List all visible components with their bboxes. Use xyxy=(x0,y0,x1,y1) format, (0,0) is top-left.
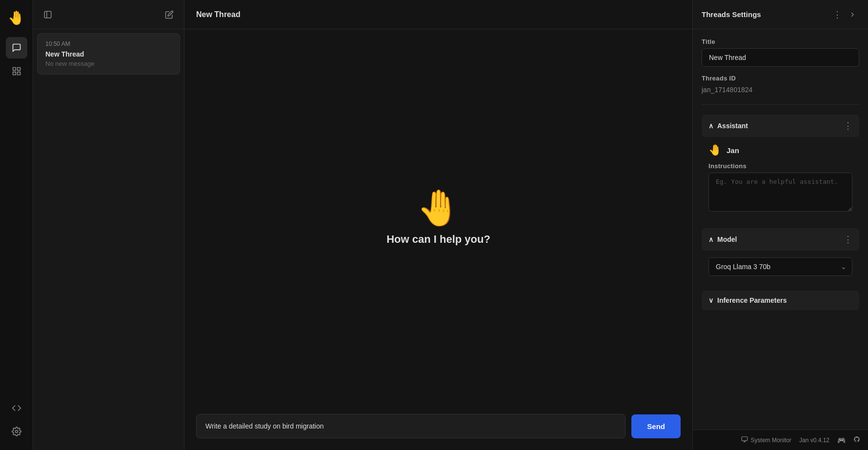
thread-time: 10:50 AM xyxy=(45,40,172,47)
chat-greeting: How can I help you? xyxy=(386,233,490,246)
sidebar-item-grid[interactable] xyxy=(6,60,27,82)
thread-name: New Thread xyxy=(45,50,172,58)
chat-area: 🤚 How can I help you? xyxy=(184,29,692,406)
version-item: Jan v0.4.12 xyxy=(799,437,829,444)
assistant-more-icon[interactable]: ⋮ xyxy=(844,120,852,131)
model-body: Groq Llama 3 70b Groq Llama 3 8b GPT-4o … xyxy=(702,251,859,283)
svg-rect-3 xyxy=(17,72,20,75)
svg-rect-1 xyxy=(17,68,20,71)
app-logo: 🤚 xyxy=(8,10,25,26)
model-more-icon[interactable]: ⋮ xyxy=(844,234,852,245)
settings-panel: Threads Settings ⋮ Title Threads ID jan_… xyxy=(692,0,868,450)
greeting-emoji: 🤚 xyxy=(417,190,461,225)
svg-rect-5 xyxy=(44,11,51,18)
threads-panel: 10:50 AM New Thread No new message xyxy=(33,0,184,450)
more-options-icon[interactable]: ⋮ xyxy=(833,9,842,20)
send-button[interactable]: Send xyxy=(631,414,681,438)
assistant-body: 🤚 Jan Instructions xyxy=(702,137,859,220)
instructions-section: Instructions xyxy=(708,162,852,214)
discord-item[interactable]: 🎮 xyxy=(837,436,846,444)
chevron-down-icon: ∨ xyxy=(708,296,713,304)
threads-list: 10:50 AM New Thread No new message xyxy=(33,29,184,450)
settings-body: Title Threads ID jan_1714801824 ∧ Assist… xyxy=(693,29,868,430)
new-thread-button[interactable] xyxy=(162,8,176,21)
sidebar-item-chat[interactable] xyxy=(6,37,27,59)
thread-preview: No new message xyxy=(45,60,172,67)
title-label: Title xyxy=(702,38,859,45)
icon-sidebar: 🤚 xyxy=(0,0,33,450)
assistant-name: Jan xyxy=(727,146,739,155)
system-monitor-item[interactable]: System Monitor xyxy=(741,436,791,444)
discord-icon: 🎮 xyxy=(837,436,846,444)
svg-rect-0 xyxy=(13,68,16,71)
chat-input[interactable] xyxy=(196,414,626,438)
assistant-title: ∧ Assistant xyxy=(708,122,748,130)
chevron-up-icon: ∧ xyxy=(708,122,713,130)
settings-title: Threads Settings xyxy=(702,10,761,19)
main-area: New Thread 🤚 How can I help you? Send xyxy=(184,0,692,450)
monitor-icon xyxy=(741,436,748,444)
threads-id-value: jan_1714801824 xyxy=(702,85,859,95)
svg-point-4 xyxy=(15,430,18,433)
assistant-header[interactable]: ∧ Assistant ⋮ xyxy=(702,115,859,137)
title-input[interactable] xyxy=(702,48,859,67)
assistant-row: 🤚 Jan xyxy=(708,144,852,157)
collapse-sidebar-button[interactable] xyxy=(41,8,55,21)
title-section: Title xyxy=(702,38,859,67)
assistant-emoji: 🤚 xyxy=(708,144,722,157)
status-bar: System Monitor Jan v0.4.12 🎮 xyxy=(693,430,868,450)
github-icon xyxy=(853,436,860,444)
sidebar-item-code[interactable] xyxy=(6,397,27,419)
model-select-wrapper: Groq Llama 3 70b Groq Llama 3 8b GPT-4o … xyxy=(708,257,852,276)
model-dropdown[interactable]: Groq Llama 3 70b Groq Llama 3 8b GPT-4o … xyxy=(708,257,852,276)
logo-area: 🤚 xyxy=(5,6,28,29)
assistant-section: ∧ Assistant ⋮ 🤚 Jan Instructions xyxy=(702,115,859,220)
inference-section: ∨ Inference Parameters xyxy=(702,291,859,310)
model-title: ∧ Model xyxy=(708,235,737,243)
chevron-up-icon-model: ∧ xyxy=(708,235,713,243)
model-section: ∧ Model ⋮ Groq Llama 3 70b Groq Llama 3 … xyxy=(702,228,859,283)
main-header: New Thread xyxy=(184,0,692,29)
threads-id-section: Threads ID jan_1714801824 xyxy=(702,75,859,95)
threads-header xyxy=(33,0,184,29)
input-area: Send xyxy=(184,406,692,450)
system-monitor-label: System Monitor xyxy=(751,437,791,444)
sidebar-item-settings[interactable] xyxy=(6,421,27,442)
svg-rect-2 xyxy=(13,72,16,75)
divider xyxy=(702,104,859,105)
svg-rect-7 xyxy=(742,437,747,441)
instructions-label: Instructions xyxy=(708,162,852,170)
settings-header-icons: ⋮ xyxy=(833,8,859,21)
thread-item[interactable]: 10:50 AM New Thread No new message xyxy=(37,33,180,75)
page-title: New Thread xyxy=(196,10,241,19)
settings-header: Threads Settings ⋮ xyxy=(693,0,868,29)
collapse-settings-button[interactable] xyxy=(846,8,859,21)
inference-title: ∨ Inference Parameters xyxy=(708,296,787,304)
model-header[interactable]: ∧ Model ⋮ xyxy=(702,228,859,251)
github-item[interactable] xyxy=(853,436,860,444)
threads-id-label: Threads ID xyxy=(702,75,859,82)
inference-header[interactable]: ∨ Inference Parameters xyxy=(702,291,859,310)
instructions-input[interactable] xyxy=(708,173,852,212)
version-text: Jan v0.4.12 xyxy=(799,437,829,444)
